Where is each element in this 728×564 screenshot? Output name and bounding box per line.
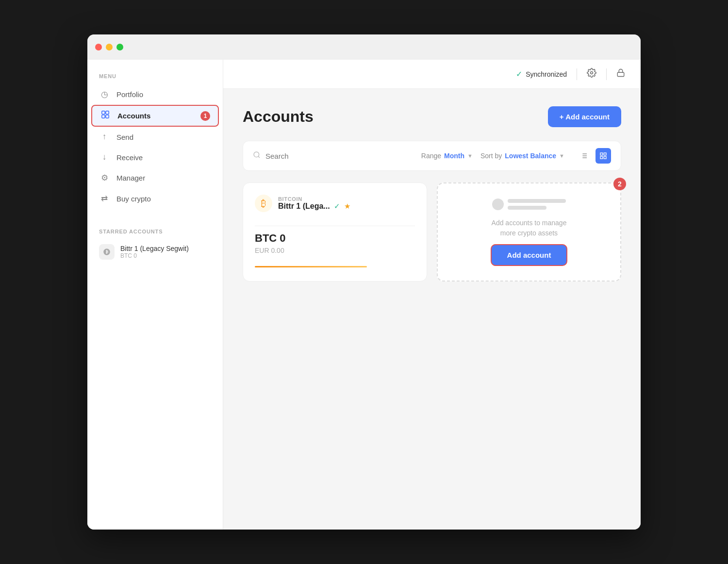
- card-name-row: Bittr 1 (Lega... ✓ ★: [278, 202, 350, 211]
- starred-btc-icon: [99, 244, 115, 260]
- card-divider: [255, 226, 415, 226]
- sidebar-item-receive[interactable]: ↓ Receive: [87, 147, 223, 167]
- card-header: ₿ BITCOIN Bittr 1 (Lega... ✓ ★: [255, 195, 415, 212]
- app-body: MENU ◷ Portfolio Accounts 1 ↑: [87, 60, 641, 530]
- sidebar-item-portfolio[interactable]: ◷ Portfolio: [87, 84, 223, 105]
- sidebar-item-send[interactable]: ↑ Send: [87, 127, 223, 147]
- card-name: Bittr 1 (Lega...: [278, 202, 330, 211]
- placeholder-lines: [508, 199, 566, 210]
- sync-check-icon: ✓: [516, 69, 522, 79]
- star-icon: ★: [344, 202, 350, 211]
- card-name-wrap: BITCOIN Bittr 1 (Lega... ✓ ★: [278, 196, 350, 211]
- minimize-button[interactable]: [106, 44, 113, 50]
- add-account-card-button[interactable]: Add account: [491, 244, 568, 266]
- view-toggle: [576, 148, 611, 164]
- sidebar-item-manager[interactable]: ⚙ Manager: [87, 167, 223, 188]
- range-filter[interactable]: Range Month ▼: [421, 152, 473, 160]
- starred-label: STARRED ACCOUNTS: [87, 229, 223, 234]
- range-chevron-icon: ▼: [467, 153, 473, 159]
- starred-item-bittr1[interactable]: Bittr 1 (Legacy Segwit) BTC 0: [87, 239, 223, 265]
- placeholder-inner: Add accounts to managemore crypto assets…: [491, 199, 568, 266]
- starred-item-info: Bittr 1 (Legacy Segwit) BTC 0: [120, 245, 189, 259]
- sidebar-label-portfolio: Portfolio: [116, 90, 143, 99]
- card-badge-2: 2: [613, 178, 626, 190]
- sidebar: MENU ◷ Portfolio Accounts 1 ↑: [87, 60, 223, 530]
- svg-rect-3: [106, 115, 109, 118]
- sidebar-divider: [87, 209, 223, 219]
- starred-item-name: Bittr 1 (Legacy Segwit): [120, 245, 189, 252]
- range-label: Range: [421, 152, 441, 160]
- sidebar-item-buy-crypto[interactable]: ⇄ Buy crypto: [87, 188, 223, 209]
- placeholder-graphic: [492, 199, 566, 210]
- svg-rect-17: [604, 156, 606, 159]
- starred-item-balance: BTC 0: [120, 252, 189, 259]
- topbar: ✓ Synchronized: [223, 60, 641, 89]
- topbar-divider-2: [606, 68, 607, 80]
- account-card-bittr1[interactable]: ₿ BITCOIN Bittr 1 (Lega... ✓ ★: [243, 182, 427, 282]
- menu-label: MENU: [87, 73, 223, 79]
- card-type-label: BITCOIN: [278, 196, 350, 202]
- svg-rect-5: [617, 72, 624, 76]
- svg-rect-1: [106, 111, 109, 114]
- sidebar-label-manager: Manager: [116, 174, 145, 182]
- placeholder-circle: [492, 199, 504, 210]
- close-button[interactable]: [95, 44, 102, 50]
- bitcoin-icon: ₿: [255, 195, 272, 212]
- placeholder-line-2: [508, 206, 546, 210]
- topbar-divider-1: [577, 68, 577, 80]
- svg-rect-2: [102, 115, 105, 118]
- grid-view-icon[interactable]: [596, 148, 611, 164]
- search-input[interactable]: [265, 152, 414, 160]
- placeholder-text: Add accounts to managemore crypto assets: [492, 218, 567, 238]
- sort-value: Lowest Balance: [505, 152, 556, 160]
- accounts-icon: [100, 110, 111, 121]
- content-area: Accounts + Add account: [223, 89, 641, 530]
- svg-rect-16: [600, 156, 603, 159]
- portfolio-icon: ◷: [99, 89, 110, 100]
- page-header: Accounts + Add account: [243, 106, 621, 127]
- sync-status: ✓ Synchronized: [516, 69, 567, 79]
- titlebar: [87, 34, 641, 60]
- sort-filter[interactable]: Sort by Lowest Balance ▼: [480, 152, 564, 160]
- manager-icon: ⚙: [99, 173, 110, 183]
- receive-icon: ↓: [99, 152, 110, 162]
- add-account-placeholder-card: Add accounts to managemore crypto assets…: [437, 182, 621, 282]
- svg-point-4: [591, 72, 593, 74]
- page-title: Accounts: [243, 108, 314, 126]
- settings-icon[interactable]: [587, 68, 596, 80]
- range-value: Month: [444, 152, 464, 160]
- maximize-button[interactable]: [116, 44, 123, 50]
- verified-icon: ✓: [334, 202, 340, 211]
- svg-point-6: [254, 152, 259, 157]
- sidebar-label-accounts: Accounts: [117, 112, 150, 120]
- list-view-icon[interactable]: [576, 148, 592, 164]
- lock-icon[interactable]: [616, 68, 625, 80]
- placeholder-line-1: [508, 199, 566, 203]
- cards-grid: ₿ BITCOIN Bittr 1 (Lega... ✓ ★: [243, 182, 621, 282]
- main-content: ✓ Synchronized: [223, 60, 641, 530]
- buy-crypto-icon: ⇄: [99, 194, 110, 204]
- sidebar-item-accounts[interactable]: Accounts 1: [91, 105, 219, 127]
- sync-label: Synchronized: [526, 70, 567, 78]
- btc-balance: BTC 0: [255, 232, 415, 245]
- svg-line-7: [258, 156, 260, 158]
- search-icon: [253, 151, 261, 161]
- accounts-toolbar: Range Month ▼ Sort by Lowest Balance ▼: [243, 141, 621, 171]
- send-icon: ↑: [99, 132, 110, 142]
- sidebar-label-receive: Receive: [116, 153, 143, 162]
- balance-bar: [255, 266, 367, 267]
- sort-label: Sort by: [480, 152, 502, 160]
- add-account-header-button[interactable]: + Add account: [548, 106, 621, 127]
- svg-rect-14: [600, 153, 603, 155]
- sidebar-label-send: Send: [116, 133, 133, 141]
- accounts-badge: 1: [200, 111, 210, 121]
- traffic-lights: [95, 44, 123, 50]
- eur-balance: EUR 0.00: [255, 247, 415, 254]
- svg-rect-0: [102, 111, 105, 114]
- starred-section: STARRED ACCOUNTS Bittr 1 (Legacy Segwit)…: [87, 229, 223, 265]
- svg-rect-15: [604, 153, 606, 155]
- app-window: MENU ◷ Portfolio Accounts 1 ↑: [87, 34, 641, 530]
- sidebar-label-buy-crypto: Buy crypto: [116, 195, 151, 203]
- sort-chevron-icon: ▼: [559, 153, 564, 159]
- search-wrap: [253, 151, 414, 161]
